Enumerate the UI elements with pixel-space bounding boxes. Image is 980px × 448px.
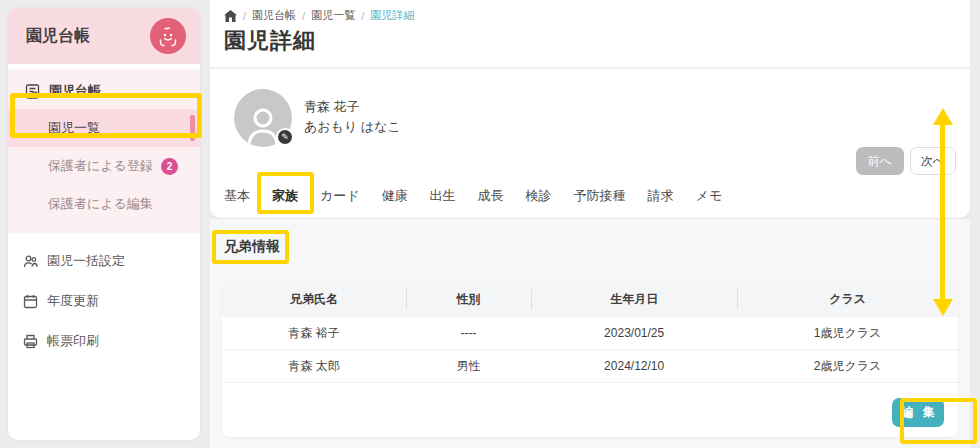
sidebar-item-enji-ichiran[interactable]: 園児一覧: [8, 109, 200, 147]
sibling-section-title: 兄弟情報: [224, 238, 280, 256]
app-title: 園児台帳: [26, 26, 90, 47]
sidebar-item-label: 帳票印刷: [47, 332, 99, 350]
col-header-class: クラス: [737, 281, 958, 317]
active-indicator-bar: [190, 115, 195, 141]
tab-kenshin[interactable]: 検診: [526, 181, 552, 214]
sidebar-item-hogosha-henshu[interactable]: 保護者による編集: [8, 185, 200, 223]
prev-button[interactable]: 前へ: [856, 147, 904, 175]
profile-card: ✎ 青森 花子 あおもり はなこ 前へ 次へ 基本 家族 カード 健康 出生 成…: [210, 68, 970, 218]
page-title: 園児詳細: [224, 26, 316, 56]
table-row[interactable]: 青森 裕子 ---- 2023/01/25 1歳児クラス: [222, 317, 958, 350]
sibling-table: 兄弟氏名 性別 生年月日 クラス 青森 裕子 ---- 2023/01/25 1…: [222, 281, 958, 437]
sidebar-item-enji-daicho[interactable]: 園児台帳: [8, 73, 200, 109]
register-book-icon: [24, 83, 41, 100]
breadcrumb-link-daicho[interactable]: 園児台帳: [252, 8, 296, 23]
tab-kenko[interactable]: 健康: [382, 181, 408, 214]
tab-card[interactable]: カード: [320, 181, 360, 214]
sidebar-item-ikkatsu-settei[interactable]: 園児一括設定: [8, 241, 200, 281]
printer-icon: [22, 333, 39, 350]
tab-yobosesshu[interactable]: 予防接種: [574, 181, 626, 214]
table-row[interactable]: 青森 太郎 男性 2024/12/10 2歳児クラス: [222, 350, 958, 383]
cell-sibling-name: 青森 太郎: [222, 350, 406, 382]
cell-sibling-birthdate: 2024/12/10: [531, 350, 737, 382]
cell-sibling-gender: ----: [406, 317, 531, 349]
app-screen: 園児台帳: [0, 0, 980, 448]
breadcrumb-separator: /: [361, 10, 364, 22]
avatar-edit-pencil-icon[interactable]: ✎: [276, 128, 294, 146]
tab-kazoku[interactable]: 家族: [272, 181, 298, 214]
breadcrumb-separator: /: [302, 10, 305, 22]
calendar-icon: [22, 293, 39, 310]
sidebar-item-label: 年度更新: [47, 292, 99, 310]
sidebar-item-label: 保護者による編集: [48, 195, 153, 213]
home-icon[interactable]: [224, 10, 237, 22]
col-header-birthdate: 生年月日: [531, 281, 737, 317]
breadcrumb-link-ichiran[interactable]: 園児一覧: [311, 8, 355, 23]
sidebar-item-chohyo-insatsu[interactable]: 帳票印刷: [8, 321, 200, 361]
tab-memo[interactable]: メモ: [696, 181, 723, 214]
cell-sibling-birthdate: 2023/01/25: [531, 317, 737, 349]
detail-tabs: 基本 家族 カード 健康 出生 成長 検診 予防接種 請求 メモ: [224, 180, 722, 218]
sidebar-item-label: 園児一括設定: [47, 252, 125, 270]
sidebar: 園児台帳: [8, 8, 200, 440]
breadcrumb-separator: /: [243, 10, 246, 22]
col-header-gender: 性別: [406, 281, 531, 317]
breadcrumb: / 園児台帳 / 園児一覧 / 園児詳細: [224, 8, 414, 23]
child-name: 青森 花子: [304, 97, 401, 117]
child-name-kana: あおもり はなこ: [304, 117, 401, 137]
sidebar-item-label: 園児台帳: [49, 82, 101, 100]
tab-seikyu[interactable]: 請求: [648, 181, 674, 214]
next-button[interactable]: 次へ: [910, 147, 956, 175]
sidebar-section-register: 園児台帳 園児一覧 保護者による登録 2 保護者による編集: [8, 69, 200, 233]
cell-sibling-class: 2歳児クラス: [737, 350, 958, 382]
people-icon: [22, 253, 39, 270]
tab-seicho[interactable]: 成長: [478, 181, 504, 214]
edit-button[interactable]: 編 集: [892, 398, 944, 427]
record-pager: 前へ 次へ: [856, 147, 956, 175]
child-name-block: 青森 花子 あおもり はなこ: [304, 97, 401, 137]
sidebar-section-tools: 園児一括設定 年度更新: [8, 233, 200, 361]
breadcrumb-current: 園児詳細: [370, 8, 414, 23]
tab-kihon[interactable]: 基本: [224, 181, 250, 214]
sidebar-header: 園児台帳: [8, 8, 200, 64]
cell-sibling-name: 青森 裕子: [222, 317, 406, 349]
cell-sibling-class: 1歳児クラス: [737, 317, 958, 349]
sidebar-item-label: 園児一覧: [48, 119, 100, 137]
table-header-row: 兄弟氏名 性別 生年月日 クラス: [222, 281, 958, 317]
cell-sibling-gender: 男性: [406, 350, 531, 382]
baby-face-logo-icon: [150, 18, 186, 54]
tab-shussei[interactable]: 出生: [430, 181, 456, 214]
notification-badge: 2: [161, 158, 178, 175]
sidebar-item-nendo-koshin[interactable]: 年度更新: [8, 281, 200, 321]
sidebar-item-hogosha-touroku[interactable]: 保護者による登録 2: [8, 147, 200, 185]
sidebar-item-label: 保護者による登録: [48, 157, 153, 175]
col-header-name: 兄弟氏名: [222, 281, 406, 317]
avatar: ✎: [234, 89, 292, 147]
